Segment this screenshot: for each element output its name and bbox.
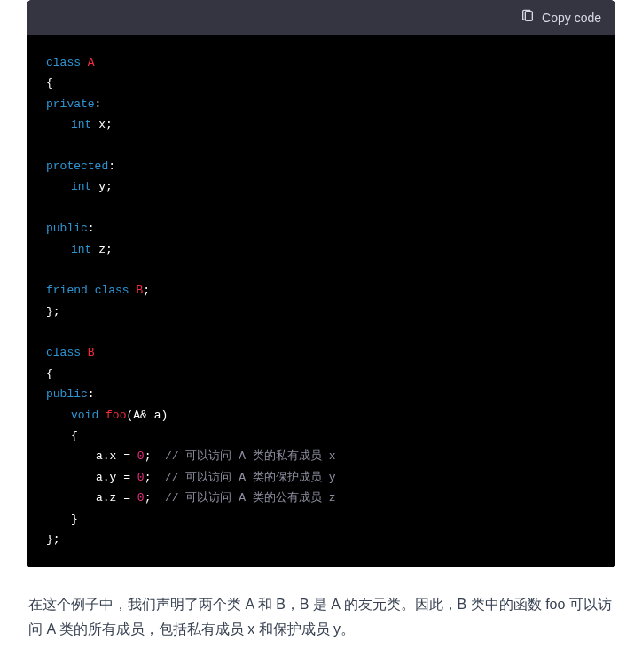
- code-line: a.y = 0; // 可以访问 A 类的保护成员 y: [46, 467, 596, 488]
- code-line: [46, 198, 596, 218]
- code-block: Copy code class A { private: int x; prot…: [27, 0, 615, 567]
- code-line: private:: [46, 94, 596, 114]
- code-line: int x;: [46, 114, 596, 135]
- copy-code-label: Copy code: [542, 11, 601, 25]
- code-line: class A: [46, 52, 596, 73]
- code-line: friend class B;: [46, 280, 596, 301]
- code-line: {: [46, 73, 596, 93]
- code-line: [46, 260, 596, 280]
- code-line: };: [46, 529, 596, 550]
- code-line: {: [46, 426, 596, 446]
- code-header: Copy code: [27, 0, 615, 35]
- code-line: a.x = 0; // 可以访问 A 类的私有成员 x: [46, 446, 596, 466]
- clipboard-icon: [521, 9, 535, 26]
- svg-rect-0: [525, 12, 532, 21]
- code-line: a.z = 0; // 可以访问 A 类的公有成员 z: [46, 488, 596, 508]
- code-line: [46, 322, 596, 342]
- code-line: };: [46, 301, 596, 322]
- code-line: {: [46, 363, 596, 384]
- code-line: public:: [46, 384, 596, 404]
- description-text: 在这个例子中，我们声明了两个类 A 和 B，B 是 A 的友元类。因此，B 类中…: [28, 592, 614, 642]
- code-body: class A { private: int x; protected: int…: [27, 35, 615, 567]
- code-line: int z;: [46, 239, 596, 260]
- code-line: void foo(A& a): [46, 405, 596, 426]
- code-line: protected:: [46, 156, 596, 176]
- code-line: public:: [46, 218, 596, 238]
- code-line: class B: [46, 342, 596, 363]
- code-line: }: [46, 509, 596, 529]
- copy-code-button[interactable]: Copy code: [521, 9, 601, 26]
- code-line: [46, 136, 596, 156]
- code-line: int y;: [46, 176, 596, 197]
